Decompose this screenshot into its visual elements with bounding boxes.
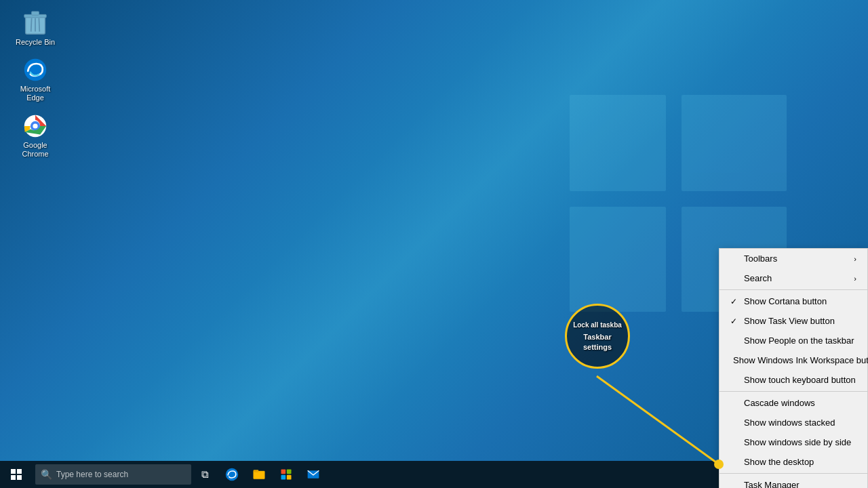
ctx-separator-2 — [719, 391, 867, 392]
svg-rect-18 — [287, 470, 292, 474]
search-icon: 🔍 — [41, 469, 52, 480]
desktop-icons: Recycle Bin Microsoft Edge — [11, 7, 60, 161]
ctx-show-cortana[interactable]: ✓ Show Cortana button — [719, 291, 867, 311]
start-button[interactable] — [0, 461, 33, 488]
taskbar-store-button[interactable] — [273, 461, 300, 488]
google-chrome-icon[interactable]: Google Chrome — [11, 110, 60, 161]
svg-rect-19 — [281, 475, 286, 480]
taskbar-edge-button[interactable] — [218, 461, 245, 488]
ctx-show-ink[interactable]: Show Windows Ink Workspace button — [719, 350, 867, 370]
ctx-side-by-side[interactable]: Show windows side by side — [719, 432, 867, 452]
taskbar-mail-button[interactable] — [300, 461, 327, 488]
microsoft-edge-label: Microsoft Edge — [14, 85, 57, 102]
google-chrome-label: Google Chrome — [14, 141, 57, 159]
ctx-show-people[interactable]: Show People on the taskbar — [719, 331, 867, 350]
svg-rect-20 — [287, 475, 292, 480]
taskbar-context-menu: Toolbars › Search › ✓ Show Cortana butto… — [719, 248, 868, 488]
task-view-icon: ⧉ — [201, 468, 209, 481]
recycle-bin-label: Recycle Bin — [16, 38, 55, 47]
svg-rect-14 — [254, 471, 265, 479]
ctx-show-taskview[interactable]: ✓ Show Task View button — [719, 311, 867, 331]
annotation-circle-bottom-text: Taskbar settings — [567, 331, 628, 353]
svg-rect-17 — [281, 470, 286, 474]
ctx-toolbars[interactable]: Toolbars › — [719, 249, 867, 268]
ctx-separator-1 — [719, 289, 867, 290]
search-placeholder-text: Type here to search — [56, 470, 128, 479]
taskbar-search[interactable]: 🔍 Type here to search — [35, 464, 191, 485]
ctx-stacked[interactable]: Show windows stacked — [719, 413, 867, 432]
svg-line-3 — [31, 18, 32, 32]
svg-line-5 — [39, 18, 39, 32]
task-view-button[interactable]: ⧉ — [191, 461, 218, 488]
svg-rect-2 — [32, 12, 39, 15]
ctx-separator-3 — [719, 473, 867, 474]
annotation-circle-top-text: Lock all taskba — [570, 319, 625, 331]
recycle-bin-icon[interactable]: Recycle Bin — [11, 7, 60, 49]
svg-point-10 — [33, 123, 37, 128]
start-logo — [11, 469, 22, 480]
ctx-show-desktop[interactable]: Show the desktop — [719, 452, 867, 472]
ctx-search[interactable]: Search › — [719, 268, 867, 288]
ctx-task-manager[interactable]: Task Manager — [719, 475, 867, 488]
taskbar-apps — [218, 461, 771, 488]
annotation-circle: Lock all taskba Taskbar settings — [565, 304, 630, 369]
microsoft-edge-icon[interactable]: Microsoft Edge — [11, 54, 60, 105]
ctx-cascade[interactable]: Cascade windows — [719, 393, 867, 413]
taskbar-file-explorer-button[interactable] — [245, 461, 273, 488]
ctx-show-touch[interactable]: Show touch keyboard button — [719, 370, 867, 390]
